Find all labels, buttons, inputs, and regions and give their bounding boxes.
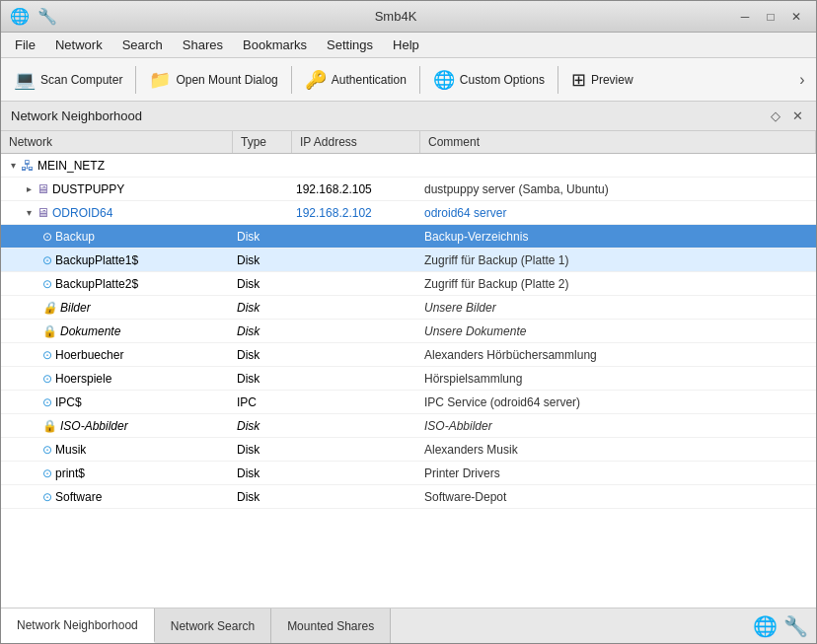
menu-item-bookmarks[interactable]: Bookmarks: [233, 35, 317, 55]
tree-row[interactable]: ▾ 🖥 ODROID64 192.168.2.102 odroid64 serv…: [1, 201, 816, 225]
node-label: IPC$: [55, 395, 82, 409]
tree-cell-ip: [292, 495, 420, 499]
tree-cell-name: ▾ 🖥 ODROID64: [1, 203, 233, 222]
tree-cell-name: ⊙ Hoerspiele: [1, 370, 233, 388]
panel-close-button[interactable]: ✕: [788, 107, 806, 125]
tree-cell-ip: [292, 258, 420, 262]
statusbar-icon-settings[interactable]: 🔧: [783, 614, 808, 638]
tree-cell-comment: Hörspielsammlung: [420, 370, 816, 388]
menu-item-network[interactable]: Network: [45, 35, 112, 55]
menu-item-search[interactable]: Search: [112, 35, 173, 55]
tree-cell-type: IPC: [233, 394, 292, 411]
tree-cell-comment: Zugriff für Backup (Platte 1): [420, 251, 816, 269]
window-title: Smb4K: [58, 9, 733, 24]
tree-cell-comment: Zugriff für Backup (Platte 2): [420, 275, 816, 293]
node-label: ISO-Abbilder: [60, 419, 128, 433]
tree-cell-name: ⊙ IPC$: [1, 394, 233, 411]
tree-cell-name: ⊙ Backup: [1, 228, 233, 246]
menubar: FileNetworkSearchSharesBookmarksSettings…: [1, 33, 816, 58]
tree-row[interactable]: 🔒 Bilder Disk Unsere Bilder: [1, 296, 816, 320]
titlebar: 🌐 🔧 Smb4K ─ □ ✕: [1, 1, 816, 33]
app-icon-1: 🌐: [9, 6, 31, 28]
tree-cell-type: Disk: [233, 417, 292, 435]
tree-cell-ip: [292, 448, 420, 452]
tree-cell-ip: [292, 164, 420, 168]
toolbar-btn-label: Scan Computer: [40, 73, 122, 87]
tree-row[interactable]: ⊙ IPC$ IPC IPC Service (odroid64 server): [1, 391, 816, 414]
tree-cell-type: Disk: [233, 299, 292, 317]
tree-cell-comment: ISO-Abbilder: [420, 417, 816, 435]
menu-item-shares[interactable]: Shares: [173, 35, 233, 55]
node-label: ODROID64: [52, 206, 112, 220]
toolbar-btn-label: Authentication: [332, 73, 407, 87]
tree-cell-name: ⊙ Hoerbuecher: [1, 346, 233, 364]
custom-options-icon: 🌐: [433, 71, 455, 89]
tree-row[interactable]: 🔒 ISO-Abbilder Disk ISO-Abbilder: [1, 414, 816, 438]
server-icon: 🖥: [37, 181, 49, 196]
scan-computer-icon: 💻: [14, 71, 36, 89]
tree-cell-ip: [292, 377, 420, 381]
tree-row[interactable]: ⊙ BackupPlatte2$ Disk Zugriff für Backup…: [1, 272, 816, 296]
tree-cell-ip: [292, 471, 420, 475]
share-icon: ⊙: [42, 490, 52, 504]
tree-cell-type: Disk: [233, 228, 292, 246]
tree-cell-type: Disk: [233, 251, 292, 269]
tree-row[interactable]: ⊙ Hoerspiele Disk Hörspielsammlung: [1, 367, 816, 391]
tree-row[interactable]: ⊙ Software Disk Software-Depot: [1, 485, 816, 509]
toolbar-btn-scan-computer[interactable]: 💻Scan Computer: [5, 63, 131, 97]
tree-cell-type: Disk: [233, 346, 292, 364]
tab-network-search[interactable]: Network Search: [155, 608, 271, 643]
share-icon: ⊙: [42, 466, 52, 480]
share-icon: ⊙: [42, 253, 52, 267]
tree-row[interactable]: ⊙ print$ Disk Printer Drivers: [1, 462, 816, 485]
tree-row[interactable]: 🔒 Dokumente Disk Unsere Dokumente: [1, 320, 816, 343]
tree-row[interactable]: ⊙ Backup Disk Backup-Verzeichnis: [1, 225, 816, 249]
open-mount-icon: 📁: [149, 71, 171, 89]
toolbar-btn-custom-options[interactable]: 🌐Custom Options: [424, 63, 554, 97]
main-window: 🌐 🔧 Smb4K ─ □ ✕ FileNetworkSearchSharesB…: [0, 0, 817, 644]
menu-item-file[interactable]: File: [5, 35, 45, 55]
close-button[interactable]: ✕: [784, 7, 808, 27]
panel-title: Network Neighborhood: [11, 108, 142, 123]
tree-cell-comment: dustpuppy server (Samba, Ubuntu): [420, 180, 816, 198]
toolbar-btn-open-mount[interactable]: 📁Open Mount Dialog: [140, 63, 286, 97]
tree-cell-comment: [420, 164, 816, 168]
tree-cell-type: [233, 187, 292, 191]
tree-row[interactable]: ⊙ Musik Disk Alexanders Musik: [1, 438, 816, 462]
tree-cell-name: ⊙ Software: [1, 488, 233, 506]
maximize-button[interactable]: □: [759, 7, 782, 27]
menu-item-help[interactable]: Help: [383, 35, 429, 55]
node-label: print$: [55, 466, 85, 480]
statusbar-icon-network[interactable]: 🌐: [753, 614, 778, 638]
tree-row[interactable]: ▸ 🖥 DUSTPUPPY 192.168.2.105 dustpuppy se…: [1, 178, 816, 201]
menu-item-settings[interactable]: Settings: [317, 35, 383, 55]
tree-cell-ip: 192.168.2.102: [292, 204, 420, 222]
tree-cell-name: ⊙ Musik: [1, 441, 233, 459]
server-group-icon: 🖧: [21, 158, 35, 174]
share-icon: ⊙: [42, 348, 52, 362]
float-button[interactable]: ◇: [767, 107, 784, 125]
tab-network-neighborhood[interactable]: Network Neighborhood: [1, 608, 155, 643]
share-icon: ⊙: [42, 277, 52, 291]
tree-row[interactable]: ⊙ Hoerbuecher Disk Alexanders Hörbüchers…: [1, 343, 816, 367]
toolbar-btn-authentication[interactable]: 🔑Authentication: [296, 63, 415, 97]
toolbar-btn-preview[interactable]: ⊞Preview: [562, 63, 642, 97]
tree-row[interactable]: ⊙ BackupPlatte1$ Disk Zugriff für Backup…: [1, 249, 816, 272]
tree-cell-name: ⊙ BackupPlatte1$: [1, 251, 233, 269]
minimize-button[interactable]: ─: [733, 7, 757, 27]
tree-cell-type: [233, 164, 292, 168]
tree-cell-ip: 192.168.2.105: [292, 180, 420, 198]
toolbar-separator: [135, 66, 136, 94]
preview-icon: ⊞: [571, 71, 586, 89]
node-label: BackupPlatte1$: [55, 253, 138, 267]
share-icon: ⊙: [42, 443, 52, 457]
toolbar-more-button[interactable]: ›: [792, 65, 812, 95]
col-header-type: Type: [233, 131, 292, 153]
tree-cell-comment: Software-Depot: [420, 488, 816, 506]
panel-header: Network Neighborhood ◇ ✕: [1, 102, 816, 131]
expander-icon: ▾: [11, 160, 16, 171]
tree-cell-ip: [292, 235, 420, 239]
tree-row[interactable]: ▾ 🖧 MEIN_NETZ: [1, 154, 816, 178]
tab-mounted-shares[interactable]: Mounted Shares: [271, 608, 391, 643]
node-label: Musik: [55, 443, 86, 457]
